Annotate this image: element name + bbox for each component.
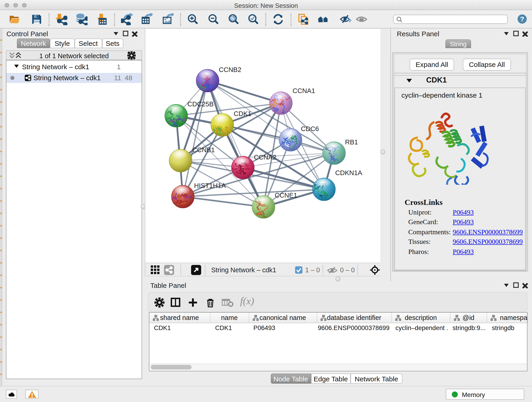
svg-text:CDKN1A: CDKN1A — [335, 169, 362, 177]
svg-text:?: ? — [520, 15, 524, 23]
svg-text:CDC25B: CDC25B — [187, 100, 214, 108]
svg-text:CCNA2: CCNA2 — [254, 153, 276, 161]
svg-text:CDC6: CDC6 — [301, 125, 319, 133]
svg-text:CCNB2: CCNB2 — [219, 66, 241, 73]
svg-text:CCNA1: CCNA1 — [293, 87, 315, 95]
svg-text:CCNB1: CCNB1 — [192, 146, 215, 153]
svg-text:RB1: RB1 — [345, 138, 358, 146]
svg-text:HIST1H1A: HIST1H1A — [194, 182, 226, 189]
svg-text:CCNE1: CCNE1 — [275, 191, 297, 199]
svg-text:CDK1: CDK1 — [234, 110, 251, 117]
